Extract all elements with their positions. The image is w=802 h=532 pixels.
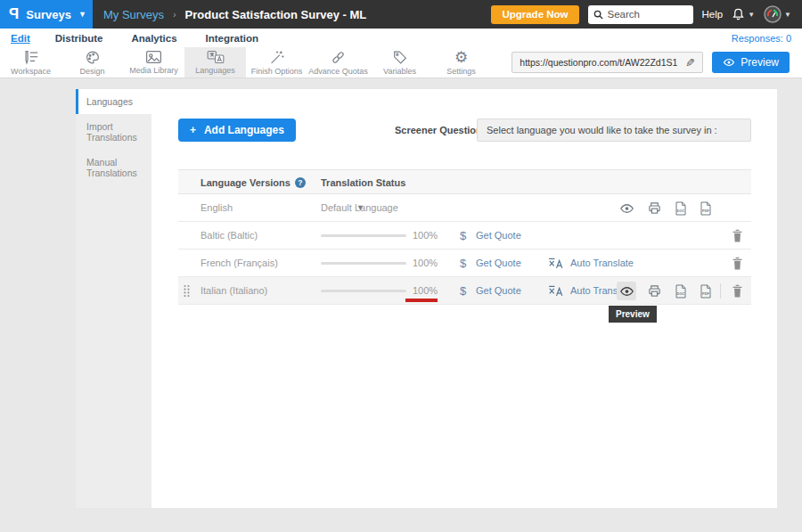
account-menu[interactable]: ▼ [764, 5, 791, 23]
global-search[interactable] [588, 5, 693, 24]
upgrade-now-button[interactable]: Upgrade Now [491, 5, 578, 24]
design-icon [85, 50, 101, 65]
get-quote-link[interactable]: Get Quote [476, 222, 521, 250]
language-name: Baltic (Baltic) [200, 222, 258, 250]
search-input[interactable] [608, 9, 683, 20]
sidebar-item-import-translations[interactable]: Import Translations [76, 114, 151, 150]
dollar-icon[interactable]: $ [460, 250, 466, 277]
translation-progress-bar [321, 290, 406, 292]
edit-url-pencil-icon[interactable]: ✎ [682, 56, 699, 70]
progress-percent: 100% [413, 250, 438, 277]
questionpro-logo-icon: P [9, 5, 19, 23]
red-underline-annotation [405, 299, 438, 302]
workspace-icon [22, 50, 39, 65]
search-icon [593, 10, 603, 20]
variables-icon [392, 50, 408, 65]
toolbar-item-finish-options[interactable]: Finish Options [246, 47, 307, 78]
icon-divider [720, 283, 721, 299]
topbar: P Surveys ▼ My Surveys › Product Satisfa… [0, 0, 802, 29]
get-quote-link[interactable]: Get Quote [476, 250, 521, 277]
notifications-menu[interactable]: ▼ [732, 7, 755, 21]
trash-icon[interactable] [727, 283, 747, 299]
toolbar-item-media-library[interactable]: Media Library [123, 47, 184, 78]
edit-toolbar: Workspace Design Media Library [0, 47, 802, 78]
survey-url-input[interactable] [520, 57, 682, 68]
svg-text:PDF: PDF [702, 291, 710, 295]
sidebar-item-languages[interactable]: Languages [76, 89, 151, 114]
eye-icon [723, 58, 735, 67]
brand-menu[interactable]: P Surveys ▼ [0, 0, 93, 29]
finish-options-icon [269, 50, 285, 65]
chevron-down-icon: ▼ [78, 11, 86, 19]
pdf-export-icon[interactable]: PDF [696, 283, 716, 299]
doc-export-icon[interactable]: DOC [671, 201, 691, 216]
toolbar-item-advance-quotas[interactable]: Advance Quotas [307, 47, 369, 78]
tab-analytics[interactable]: Analytics [131, 33, 176, 44]
toolbar-item-settings[interactable]: ⚙ Settings [430, 47, 492, 78]
language-name: Italian (Italiano) [200, 277, 267, 305]
print-icon[interactable] [644, 201, 664, 216]
get-quote-link[interactable]: Get Quote [476, 277, 521, 305]
preview-tooltip: Preview [609, 306, 657, 323]
column-language-versions: Language Versions ? [200, 170, 306, 195]
table-header-row: Language Versions ? Translation Status [178, 169, 751, 194]
tab-distribute[interactable]: Distribute [55, 33, 103, 44]
table-row-baltic: Baltic (Baltic) 100% $ Get Quote [178, 222, 751, 250]
print-icon[interactable] [644, 283, 664, 299]
default-language-label: Default Language [321, 194, 398, 222]
table-row-french: French (Français) 100% $ Get Quote Auto … [178, 250, 751, 277]
tab-integration[interactable]: Integration [206, 33, 258, 44]
preview-button[interactable]: Preview [712, 52, 790, 73]
screener-question-select[interactable]: Select language you would like to take t… [477, 119, 751, 142]
trash-icon[interactable] [727, 256, 747, 271]
pdf-export-icon[interactable]: PDF [696, 201, 716, 216]
preview-eye-icon[interactable] [617, 201, 636, 216]
breadcrumb: My Surveys › Product Satisfaction Survey… [103, 8, 366, 21]
survey-subnav: Edit Distribute Analytics Integration Re… [0, 29, 802, 47]
tab-edit[interactable]: Edit [11, 33, 30, 44]
language-name: French (Français) [200, 250, 278, 277]
chevron-down-icon: ▼ [784, 11, 791, 19]
help-question-icon[interactable]: ? [295, 177, 306, 188]
svg-text:DOC: DOC [677, 291, 685, 295]
survey-title: Product Satisfaction Survey - ML [185, 8, 367, 21]
table-row-italian: Italian (Italiano) 100% $ Get Quote Auto… [178, 277, 751, 305]
breadcrumb-separator-icon: › [173, 9, 176, 20]
survey-url-box: ✎ [511, 52, 703, 73]
svg-text:PDF: PDF [702, 208, 710, 212]
drag-handle[interactable] [183, 284, 191, 298]
translation-progress-bar [321, 262, 406, 265]
chevron-down-icon: ▼ [748, 11, 755, 19]
languages-sidebar: Languages Import Translations Manual Tra… [76, 89, 151, 508]
bell-icon [732, 7, 745, 21]
dollar-icon[interactable]: $ [460, 277, 466, 305]
screener-question-label: Screener Question : [395, 125, 488, 135]
sidebar-item-manual-translations[interactable]: Manual Translations [76, 150, 151, 185]
auto-translate-icon[interactable] [548, 258, 565, 270]
auto-translate-link[interactable]: Auto Translate [570, 250, 634, 277]
language-name: English [200, 194, 233, 222]
language-versions-table: Language Versions ? Translation Status E… [178, 169, 751, 305]
column-translation-status: Translation Status [321, 170, 405, 195]
breadcrumb-my-surveys[interactable]: My Surveys [103, 8, 164, 21]
doc-export-icon[interactable]: DOC [671, 283, 691, 299]
preview-eye-icon[interactable] [617, 282, 636, 300]
dollar-icon[interactable]: $ [460, 222, 466, 250]
media-library-icon [145, 50, 162, 64]
toolbar-item-languages[interactable]: Languages [184, 47, 246, 78]
toolbar-item-variables[interactable]: Variables [369, 47, 430, 78]
table-row-english: English ▼ Default Language DOC [178, 194, 751, 222]
trash-icon[interactable] [727, 228, 747, 243]
progress-percent: 100% [413, 222, 438, 250]
toolbar-item-design[interactable]: Design [61, 47, 123, 78]
languages-icon [207, 50, 225, 64]
plus-icon: + [190, 124, 196, 136]
languages-panel: + Add Languages Screener Question : Sele… [151, 89, 777, 508]
avatar [764, 5, 782, 23]
add-languages-button[interactable]: + Add Languages [178, 119, 296, 142]
advance-quotas-icon [330, 50, 347, 65]
help-link[interactable]: Help [702, 9, 724, 20]
toolbar-item-workspace[interactable]: Workspace [0, 47, 61, 78]
responses-count[interactable]: Responses: 0 [732, 33, 791, 44]
auto-translate-icon[interactable] [548, 285, 565, 298]
